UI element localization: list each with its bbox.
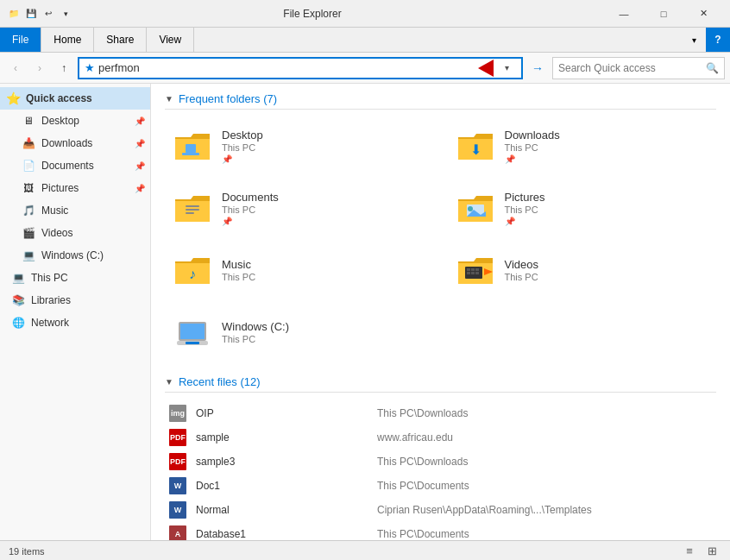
sidebar-item-desktop[interactable]: 🖥 Desktop 📌: [0, 110, 150, 132]
frequent-folders-header[interactable]: ▼ Frequent folders (7): [165, 92, 716, 110]
recent-file-sample[interactable]: PDF sample www.africau.edu: [165, 425, 716, 450]
pictures-folder-loc: This PC: [505, 204, 545, 215]
folder-item-windows-c[interactable]: Windows (C:) This PC: [165, 305, 434, 360]
recent-file-database1[interactable]: A Database1 This PC\Documents: [165, 522, 716, 540]
recent-file-sample3[interactable]: PDF sample3 This PC\Downloads: [165, 450, 716, 474]
downloads-folder-loc: This PC: [505, 142, 560, 153]
sample3-file-icon: PDF: [168, 452, 187, 471]
folder-icon-downloads: ⬇: [455, 125, 496, 167]
sidebar-item-videos[interactable]: 🎬 Videos: [0, 222, 150, 244]
desktop-folder-loc: This PC: [222, 142, 263, 153]
sample-file-icon: PDF: [168, 428, 187, 447]
folder-item-music[interactable]: ♪ Music This PC: [165, 242, 434, 298]
app-icon: 📁: [7, 7, 21, 21]
downloads-folder-pin: 📌: [505, 154, 560, 164]
sample-file-path: www.africau.edu: [377, 431, 713, 444]
recent-file-normal[interactable]: W Normal Ciprian Rusen\AppData\Roaming\.…: [165, 498, 716, 522]
sidebar-item-network[interactable]: 🌐 Network: [0, 311, 150, 334]
content-area: ▼ Frequent folders (7) Desktop This PC: [151, 84, 730, 540]
chevron-down-recent-icon: ▼: [165, 377, 173, 387]
sample-icon-pdf: PDF: [169, 429, 186, 446]
sidebar-item-windows-c[interactable]: 💻 Windows (C:): [0, 244, 150, 267]
sidebar-label-videos: Videos: [41, 227, 72, 239]
sidebar-item-libraries[interactable]: 📚 Libraries: [0, 289, 150, 311]
doc1-file-name: Doc1: [196, 480, 368, 492]
svg-rect-13: [475, 268, 479, 271]
folder-item-pictures[interactable]: Pictures This PC 📌: [448, 180, 717, 236]
address-dropdown-button[interactable]: ▾: [497, 57, 516, 79]
sidebar-item-downloads[interactable]: 📥 Downloads 📌: [0, 132, 150, 154]
documents-pin-icon: 📌: [135, 161, 145, 171]
red-arrow-indicator: [478, 60, 494, 77]
oip-file-path: This PC\Downloads: [377, 407, 713, 419]
folder-icon-pictures: [455, 187, 496, 229]
svg-rect-1: [182, 153, 199, 155]
address-input[interactable]: [98, 61, 471, 74]
svg-point-7: [468, 206, 473, 211]
search-icon[interactable]: 🔍: [706, 62, 719, 74]
window-controls: — □ ✕: [604, 0, 723, 28]
normal-file-icon: W: [168, 500, 187, 519]
videos-folder-name: Videos: [505, 258, 539, 271]
tab-view[interactable]: View: [147, 28, 194, 52]
desktop-folder-svg: [173, 129, 211, 163]
svg-rect-3: [186, 205, 199, 207]
view-list-button[interactable]: ≡: [680, 542, 699, 561]
sidebar-label-network: Network: [31, 317, 69, 329]
forward-button[interactable]: ›: [29, 58, 50, 79]
music-folder-svg: ♪: [173, 253, 211, 287]
up-button[interactable]: ↑: [53, 58, 74, 79]
recent-files-header[interactable]: ▼ Recent files (12): [165, 375, 716, 393]
sidebar-item-music[interactable]: 🎵 Music: [0, 199, 150, 222]
svg-text:⬇: ⬇: [469, 142, 481, 157]
sidebar-item-documents[interactable]: 📄 Documents 📌: [0, 154, 150, 177]
ribbon-more-button[interactable]: ▾: [682, 28, 706, 52]
recent-file-oip[interactable]: img OIP This PC\Downloads: [165, 401, 716, 425]
sidebar-item-pictures[interactable]: 🖼 Pictures 📌: [0, 177, 150, 199]
help-button[interactable]: ?: [706, 28, 730, 52]
sidebar-label-documents: Documents: [41, 160, 94, 172]
recent-file-doc1[interactable]: W Doc1 This PC\Documents: [165, 474, 716, 498]
desktop-pin-icon: 📌: [135, 116, 145, 126]
svg-rect-11: [467, 268, 470, 271]
music-folder-loc: This PC: [222, 272, 255, 282]
search-input[interactable]: [558, 62, 702, 74]
folder-icon-documents: [172, 187, 213, 229]
videos-folder-svg: [456, 253, 494, 287]
pictures-folder-info: Pictures This PC 📌: [505, 191, 545, 226]
address-bar: ‹ › ↑ ★ ▾ → 🔍: [0, 53, 730, 84]
desktop-folder-name: Desktop: [222, 129, 263, 142]
quick-access-icon: ⭐: [5, 91, 21, 106]
folder-item-documents[interactable]: Documents This PC 📌: [165, 180, 434, 236]
oip-file-icon: img: [168, 404, 187, 423]
sidebar-item-quick-access[interactable]: ⭐ Quick access: [0, 87, 150, 110]
minimize-button[interactable]: —: [604, 0, 644, 28]
tab-file[interactable]: File: [0, 28, 41, 52]
folder-item-downloads[interactable]: ⬇ Downloads This PC 📌: [448, 118, 717, 173]
address-input-wrap[interactable]: ★ ▾: [78, 57, 523, 79]
folder-item-desktop[interactable]: Desktop This PC 📌: [165, 118, 434, 173]
search-wrap[interactable]: 🔍: [552, 57, 725, 79]
view-grid-button[interactable]: ⊞: [702, 542, 721, 561]
maximize-button[interactable]: □: [644, 0, 683, 28]
sidebar-label-pictures: Pictures: [41, 182, 79, 194]
sidebar-label-quick-access: Quick access: [26, 92, 92, 104]
sidebar-item-this-pc[interactable]: 💻 This PC: [0, 267, 150, 289]
tab-home[interactable]: Home: [41, 28, 94, 52]
item-count: 19 items: [9, 546, 45, 557]
back-button[interactable]: ‹: [5, 58, 26, 79]
tab-share[interactable]: Share: [94, 28, 147, 52]
videos-folder-loc: This PC: [505, 272, 539, 282]
view-controls: ≡ ⊞: [680, 542, 721, 561]
status-bar: 19 items ≡ ⊞: [0, 540, 730, 560]
close-button[interactable]: ✕: [683, 0, 723, 28]
oip-icon-img: img: [169, 405, 186, 422]
address-go-button[interactable]: →: [526, 57, 549, 79]
folder-item-videos[interactable]: Videos This PC: [448, 242, 717, 298]
svg-rect-4: [186, 209, 199, 211]
documents-folder-loc: This PC: [222, 204, 279, 215]
windows-c-folder-info: Windows (C:) This PC: [222, 320, 289, 344]
downloads-folder-svg: ⬇: [456, 129, 494, 163]
sample3-file-path: This PC\Downloads: [377, 456, 713, 468]
pictures-folder-svg: [456, 191, 494, 225]
